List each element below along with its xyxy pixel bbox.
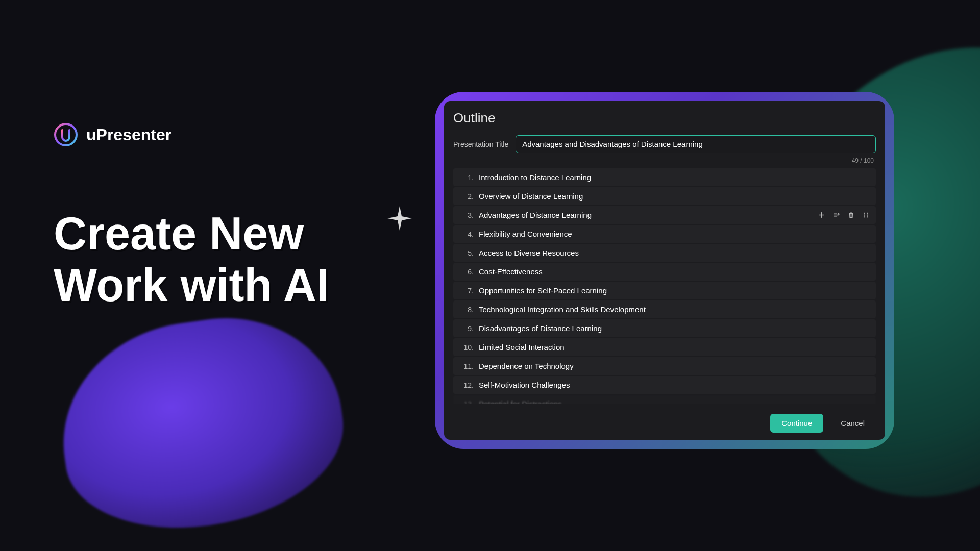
sparkle-icon (385, 204, 414, 235)
headline-line-1: Create New (54, 208, 304, 259)
svg-point-5 (864, 216, 865, 217)
outline-item[interactable]: 7.Opportunities for Self-Paced Learning (453, 282, 876, 299)
drag-handle-icon[interactable] (862, 211, 870, 219)
delete-icon[interactable] (847, 211, 855, 219)
outline-item-text: Overview of Distance Learning (479, 192, 870, 201)
outline-item[interactable]: 9.Disadvantages of Distance Learning (453, 319, 876, 337)
decorative-blob-purple (48, 303, 355, 544)
outline-item-text: Advantages of Distance Learning (479, 211, 818, 219)
continue-button[interactable]: Continue (770, 414, 823, 433)
dialog-footer: Continue Cancel (453, 407, 876, 433)
outline-card-wrapper: Outline Presentation Title 49 / 100 1.In… (435, 92, 894, 449)
add-icon[interactable] (818, 211, 825, 219)
left-column: uPresenter Create New Work with AI (54, 122, 329, 311)
svg-point-6 (867, 216, 868, 217)
outline-item-text: Cost-Effectiveness (479, 267, 870, 276)
outline-item[interactable]: 5.Access to Diverse Resources (453, 244, 876, 262)
outline-item-number: 6. (459, 268, 474, 276)
outline-item-text: Access to Diverse Resources (479, 248, 870, 257)
outline-item-text: Flexibility and Convenience (479, 230, 870, 238)
outline-item-text: Self-Motivation Challenges (479, 381, 870, 389)
headline-line-2: Work with AI (54, 260, 329, 311)
outline-item-number: 9. (459, 324, 474, 333)
presentation-title-label: Presentation Title (453, 140, 508, 148)
svg-point-3 (864, 214, 865, 215)
outline-item[interactable]: 8.Technological Integration and Skills D… (453, 300, 876, 318)
outline-item[interactable]: 3.Advantages of Distance Learning (453, 206, 876, 224)
brand-logo: uPresenter (54, 122, 329, 147)
outline-item-number: 12. (459, 381, 474, 389)
outline-heading: Outline (453, 110, 876, 126)
outline-item[interactable]: 10.Limited Social Interaction (453, 338, 876, 356)
outline-item-actions (818, 211, 870, 219)
outline-item-number: 2. (459, 192, 474, 201)
outline-item[interactable]: 13.Potential for Distractions (453, 395, 876, 404)
logo-icon (54, 122, 78, 147)
headline: Create New Work with AI (54, 208, 329, 311)
outline-item-text: Disadvantages of Distance Learning (479, 324, 870, 333)
presentation-title-row: Presentation Title (453, 135, 876, 153)
outline-item-text: Potential for Distractions (479, 399, 870, 404)
outline-card: Outline Presentation Title 49 / 100 1.In… (444, 101, 885, 440)
outline-item-text: Dependence on Technology (479, 362, 870, 370)
outline-item-number: 13. (459, 400, 474, 404)
svg-point-1 (864, 213, 865, 214)
outline-item[interactable]: 6.Cost-Effectiveness (453, 263, 876, 281)
brand-name: uPresenter (86, 126, 172, 144)
outline-item-number: 5. (459, 249, 474, 257)
outline-item-text: Opportunities for Self-Paced Learning (479, 286, 870, 295)
outline-item-number: 4. (459, 230, 474, 238)
svg-point-2 (867, 213, 868, 214)
cancel-button[interactable]: Cancel (829, 414, 876, 433)
outline-item-text: Introduction to Distance Learning (479, 173, 870, 182)
outline-item-number: 7. (459, 287, 474, 295)
svg-point-0 (55, 124, 77, 145)
outline-item-text: Technological Integration and Skills Dev… (479, 305, 870, 314)
outline-item-number: 11. (459, 362, 474, 370)
outline-item[interactable]: 1.Introduction to Distance Learning (453, 168, 876, 186)
character-count: 49 / 100 (453, 157, 876, 164)
indent-icon[interactable] (832, 211, 840, 219)
outline-item-text: Limited Social Interaction (479, 343, 870, 352)
outline-item-number: 10. (459, 343, 474, 352)
outline-item-number: 3. (459, 211, 474, 219)
outline-item[interactable]: 4.Flexibility and Convenience (453, 225, 876, 243)
outline-item[interactable]: 2.Overview of Distance Learning (453, 187, 876, 205)
presentation-title-input[interactable] (516, 135, 876, 153)
outline-item-number: 8. (459, 306, 474, 314)
outline-item[interactable]: 11.Dependence on Technology (453, 357, 876, 375)
svg-point-4 (867, 214, 868, 215)
outline-item[interactable]: 12.Self-Motivation Challenges (453, 376, 876, 394)
outline-item-number: 1. (459, 173, 474, 182)
outline-list: 1.Introduction to Distance Learning2.Ove… (453, 168, 876, 404)
